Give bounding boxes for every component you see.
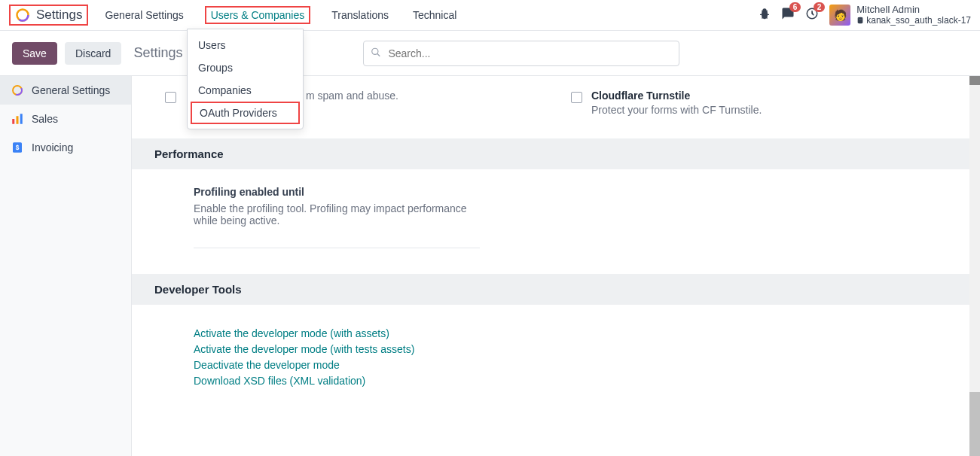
top-menu: General Settings Users & Companies Trans… <box>102 3 459 27</box>
user-name: Mitchell Admin <box>856 5 971 16</box>
database-icon <box>856 17 864 24</box>
svg-line-5 <box>377 53 380 56</box>
activity-badge: 2 <box>814 2 826 12</box>
bug-icon[interactable] <box>759 8 771 22</box>
scrollbar-thumb[interactable] <box>969 76 980 85</box>
sidebar-item-label: General Settings <box>32 84 110 96</box>
dev-link-assets[interactable]: Activate the developer mode (with assets… <box>194 327 947 339</box>
sidebar-item-label: Invoicing <box>32 141 73 154</box>
chart-icon <box>11 112 24 126</box>
search-input[interactable] <box>363 41 679 66</box>
checkbox-turnstile[interactable] <box>571 92 582 103</box>
app-logo-icon <box>15 8 30 23</box>
setting-desc: Protect your forms with CF Turnstile. <box>591 104 762 116</box>
scrollbar-track[interactable] <box>969 76 980 456</box>
svg-text:$: $ <box>16 144 20 151</box>
svg-rect-10 <box>20 114 23 124</box>
menu-translations[interactable]: Translations <box>328 3 392 27</box>
menu-users-companies[interactable]: Users & Companies <box>205 6 311 24</box>
svg-rect-8 <box>12 119 14 124</box>
page-title: Settings <box>133 45 182 61</box>
avatar-icon: 🧑 <box>829 5 850 26</box>
scrollbar-thumb-lower[interactable] <box>969 392 980 456</box>
main-content: m spam and abuse. Cloudflare Turnstile P… <box>132 76 980 456</box>
perf-desc: Enable the profiling tool. Profiling may… <box>194 202 480 226</box>
dropdown-companies[interactable]: Companies <box>188 79 303 102</box>
gear-icon <box>11 84 24 97</box>
users-companies-dropdown: Users Groups Companies OAuth Providers <box>187 29 304 129</box>
dev-link-tests[interactable]: Activate the developer mode (with tests … <box>194 343 947 355</box>
user-menu[interactable]: 🧑 Mitchell Admin kanak_sso_auth_slack-17 <box>829 5 971 26</box>
dev-link-deactivate[interactable]: Deactivate the developer mode <box>194 359 947 371</box>
search-icon <box>371 47 381 59</box>
menu-technical[interactable]: Technical <box>410 3 459 27</box>
messages-icon[interactable]: 6 <box>781 7 795 23</box>
dev-link-xsd[interactable]: Download XSD files (XML validation) <box>194 375 947 387</box>
sidebar-item-general[interactable]: General Settings <box>0 76 131 105</box>
app-title: Settings <box>36 8 82 23</box>
discard-button[interactable]: Discard <box>65 42 121 65</box>
sidebar: General Settings Sales $ Invoicing <box>0 76 132 456</box>
app-badge[interactable]: Settings <box>9 5 88 26</box>
checkbox-recaptcha[interactable] <box>165 92 176 103</box>
svg-rect-9 <box>17 116 19 124</box>
section-header-performance: Performance <box>132 138 980 169</box>
separator <box>194 248 480 248</box>
menu-general-settings[interactable]: General Settings <box>102 3 186 27</box>
sidebar-item-label: Sales <box>32 113 58 125</box>
svg-point-3 <box>858 17 863 20</box>
setting-title: Cloudflare Turnstile <box>591 90 762 102</box>
invoice-icon: $ <box>11 141 24 154</box>
sidebar-item-invoicing[interactable]: $ Invoicing <box>0 133 131 162</box>
perf-title: Profiling enabled until <box>194 186 947 198</box>
db-name: kanak_sso_auth_slack-17 <box>856 16 971 26</box>
setting-turnstile: Cloudflare Turnstile Protect your forms … <box>571 90 947 116</box>
messages-badge: 6 <box>789 2 801 12</box>
activity-icon[interactable]: 2 <box>805 7 819 23</box>
section-header-devtools: Developer Tools <box>132 274 980 305</box>
sidebar-item-sales[interactable]: Sales <box>0 105 131 133</box>
dropdown-groups[interactable]: Groups <box>188 56 303 79</box>
svg-point-4 <box>372 48 378 54</box>
dropdown-oauth-providers[interactable]: OAuth Providers <box>191 102 300 124</box>
save-button[interactable]: Save <box>12 42 57 65</box>
setting-desc: m spam and abuse. <box>306 90 398 102</box>
dropdown-users[interactable]: Users <box>188 34 303 56</box>
